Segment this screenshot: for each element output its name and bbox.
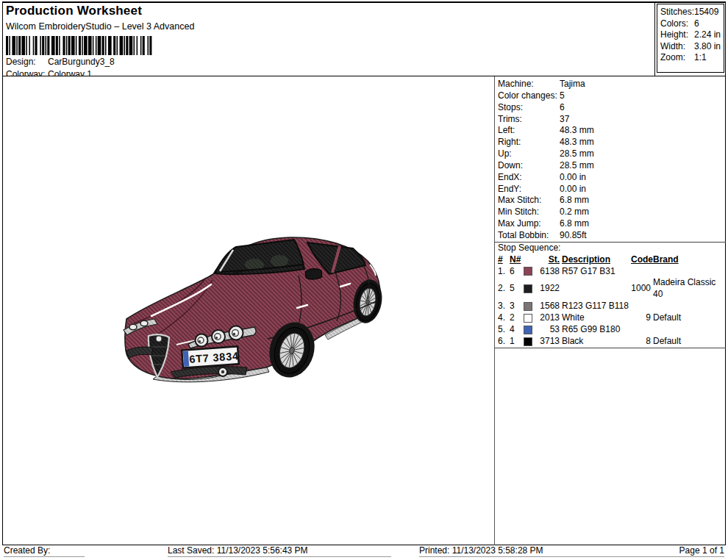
thread-color-swatch [524,302,532,311]
machine-info-value: Tajima [560,79,585,90]
stop-sequence-row: 3.31568R123 G117 B118 [498,301,725,312]
machine-info-label: Right: [498,137,560,148]
cell-description: R123 G117 B118 [562,301,629,312]
embroidered-car-design: 6T7 3834 [110,228,390,397]
design-label: Design: [6,57,48,68]
design-preview-area: 6T7 3834 [3,76,494,545]
stop-sequence-header: # N# St. Description Code Brand [498,254,725,266]
col-needle: N# [510,254,521,266]
cell-num: 2. [498,283,507,295]
machine-info-row: Machine:Tajima [498,79,726,90]
stat-row-colors: Colors:6 [660,18,724,30]
col-stitches: St. [538,254,560,266]
machine-info-value: 28.5 mm [560,148,594,160]
machine-info-row: Color changes:5 [498,90,726,102]
machine-info-value: 5 [560,90,565,102]
far-headlight-lamp [140,320,148,326]
stop-sequence-row: 5.453R65 G99 B180 [498,324,725,336]
stat-label: Height: [660,29,694,41]
cell-stitches: 3713 [538,336,560,348]
stop-sequence-row: 2.519221000Madeira Classic 40 [498,277,725,301]
stat-row-zoom: Zoom:1:1 [660,52,724,64]
side-mirror [305,269,322,280]
cell-stitches: 2013 [538,312,560,324]
cell-stitches: 1568 [538,301,560,312]
machine-info-label: Left: [498,125,560,137]
cell-description: R65 G99 B180 [562,324,629,336]
machine-info-label: Min Stitch: [498,207,560,218]
barcode [6,36,154,55]
stat-value: 1:1 [694,52,707,64]
machine-info-value: 48.3 mm [560,137,594,148]
cell-needle: 5 [510,283,521,295]
machine-info-value: 90.85ft [560,230,587,242]
cell-description: R57 G17 B31 [562,266,629,278]
stop-sequence-table: # N# St. Description Code Brand 1.66138R… [498,254,725,348]
cell-num: 5. [498,324,507,336]
footer-page-number: Page 1 of 1 [574,545,724,557]
thread-color-swatch [524,314,532,323]
interior-seat [271,255,288,267]
machine-info-value: 6 [560,102,565,114]
machine-info-value: 0.2 mm [560,207,589,218]
machine-info-row: Up:28.5 mm [498,148,726,160]
app-subtitle: Wilcom EmbroideryStudio – Level 3 Advanc… [6,21,638,32]
machine-info-row: Stops:6 [498,102,726,114]
thread-color-swatch [524,337,532,346]
machine-info-label: Max Jump: [498,218,560,230]
cell-num: 1. [498,266,507,278]
machine-info-label: Trims: [498,114,560,126]
machine-info-value: 0.00 in [560,184,586,195]
footer-created-by: Created By: [4,545,85,557]
col-description: Description [562,254,629,266]
cell-description: Black [562,336,629,348]
stat-label: Width: [660,41,694,53]
machine-info-value: 48.3 mm [560,125,594,137]
page-title: Production Worksheet [6,4,638,18]
thread-color-swatch [524,267,532,276]
machine-info-label: Down: [498,160,560,172]
stop-sequence-title: Stop Sequence: [498,243,726,254]
license-plate: 6T7 3834 [182,346,239,367]
stop-sequence-row: 6.13713Black8Default [498,336,725,348]
cell-num: 3. [498,301,507,312]
machine-info-value: 0.00 in [560,172,586,184]
col-brand: Brand [653,254,725,266]
machine-info-label: EndX: [498,172,560,184]
stat-row-width: Width:3.80 in [660,41,724,53]
stat-value: 15409 [694,7,718,18]
thread-color-swatch [524,326,532,334]
grille-emblem [156,336,162,342]
far-headlight-lamp [129,324,137,330]
machine-info-value: 37 [560,114,569,126]
col-num: # [498,254,507,266]
cell-stitches: 1922 [538,283,560,295]
machine-info-value: 6.8 mm [560,195,589,207]
cell-num: 4. [498,312,507,324]
stat-label: Stitches: [660,7,694,18]
machine-info-row: Right:48.3 mm [498,137,726,148]
cell-code: 1000 [631,283,651,295]
footer-printed: Printed: 11/13/2023 5:58:28 PM [419,545,574,557]
stop-sequence-row: 1.66138R57 G17 B31 [498,266,725,278]
machine-info-row: Down:28.5 mm [498,160,726,172]
stat-row-height: Height:2.24 in [660,29,724,41]
machine-info-row: Total Bobbin:90.85ft [498,230,726,242]
cell-brand: Madeira Classic 40 [653,277,725,301]
cell-needle: 4 [510,324,521,336]
fog-light-center [221,370,224,373]
machine-info-label: EndY: [498,184,560,195]
machine-info-label: Up: [498,148,560,160]
cell-num: 6. [498,336,507,348]
machine-info-label: Total Bobbin: [498,230,560,242]
cell-code: 9 [631,312,651,324]
col-code: Code [631,254,651,266]
stat-value: 3.80 in [694,41,721,53]
cell-stitches: 53 [538,324,560,336]
machine-info-row: Left:48.3 mm [498,125,726,137]
cell-needle: 3 [510,301,521,312]
machine-panel: Machine:Tajima Color changes:5 Stops:6 T… [495,76,726,348]
machine-info-row: EndX:0.00 in [498,172,726,184]
table-end-line [495,348,726,348]
cell-brand: Default [653,312,725,324]
